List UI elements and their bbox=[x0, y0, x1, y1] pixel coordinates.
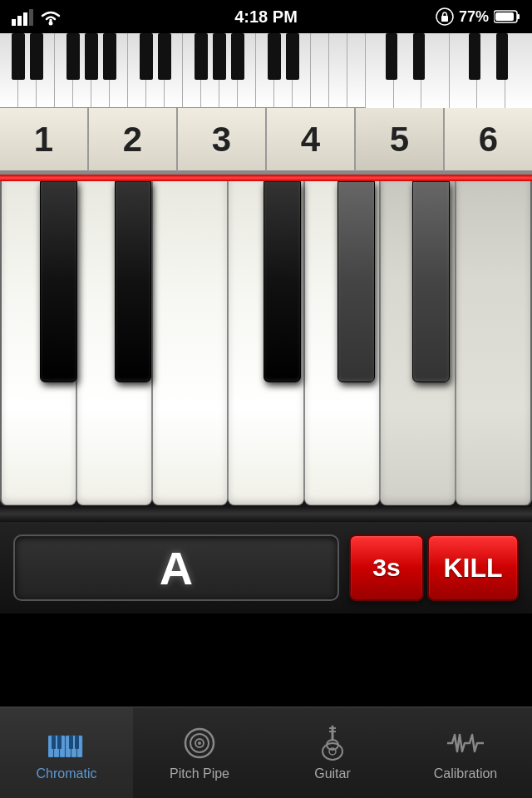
tab-pitch-pipe-label: Pitch Pipe bbox=[170, 766, 229, 781]
status-bar: 4:18 PM 77% bbox=[0, 0, 532, 33]
mini-key[interactable] bbox=[110, 33, 128, 108]
mini-key[interactable] bbox=[146, 33, 165, 108]
piano-white-key-e[interactable] bbox=[152, 181, 228, 505]
svg-rect-32 bbox=[52, 736, 56, 749]
lock-icon bbox=[436, 7, 454, 26]
signal-icon bbox=[12, 7, 35, 26]
octave-tab-5[interactable]: 5 bbox=[356, 108, 445, 172]
svg-rect-2 bbox=[23, 12, 27, 26]
timer-button[interactable]: 3s bbox=[349, 534, 424, 601]
battery-icon bbox=[494, 9, 520, 24]
kill-button[interactable]: KILL bbox=[427, 534, 519, 601]
bottom-controls: A 3s KILL bbox=[0, 522, 532, 613]
battery-percent: 77% bbox=[459, 8, 489, 26]
mini-key[interactable] bbox=[201, 33, 219, 108]
tab-guitar-label: Guitar bbox=[314, 766, 351, 781]
piano-black-key-gsharp[interactable] bbox=[337, 181, 375, 382]
piano-black-key-fsharp[interactable] bbox=[264, 181, 301, 382]
mini-key[interactable] bbox=[73, 33, 91, 108]
note-display: A bbox=[13, 534, 339, 601]
chromatic-icon bbox=[48, 725, 85, 761]
svg-rect-8 bbox=[517, 14, 520, 19]
wifi-icon bbox=[40, 7, 62, 26]
main-piano bbox=[0, 181, 532, 505]
top-piano bbox=[0, 33, 532, 108]
mini-key[interactable] bbox=[329, 33, 347, 108]
piano-black-key-asharp[interactable] bbox=[412, 181, 450, 382]
svg-rect-0 bbox=[12, 19, 16, 26]
svg-rect-6 bbox=[441, 16, 448, 22]
svg-rect-1 bbox=[17, 16, 22, 26]
mini-key[interactable] bbox=[347, 33, 366, 108]
piano-white-key-b[interactable] bbox=[456, 181, 532, 505]
red-separator bbox=[0, 175, 532, 181]
svg-rect-9 bbox=[495, 12, 514, 21]
octave-tab-2[interactable]: 2 bbox=[89, 108, 178, 172]
octave-tab-3[interactable]: 3 bbox=[178, 108, 267, 172]
status-left bbox=[12, 7, 62, 26]
action-buttons: 3s KILL bbox=[349, 534, 519, 601]
mini-key[interactable] bbox=[238, 33, 256, 108]
octave-tab-1[interactable]: 1 bbox=[0, 108, 89, 172]
piano-black-key-csharp[interactable] bbox=[40, 181, 77, 382]
mini-key[interactable] bbox=[183, 33, 201, 108]
mini-key[interactable] bbox=[91, 33, 110, 108]
octave-tab-4[interactable]: 4 bbox=[267, 108, 356, 172]
mini-key[interactable] bbox=[274, 33, 293, 108]
mini-key[interactable] bbox=[128, 33, 146, 108]
mini-key[interactable] bbox=[165, 33, 183, 108]
tab-pitch-pipe[interactable]: Pitch Pipe bbox=[133, 707, 266, 798]
piano-separator bbox=[0, 505, 532, 522]
svg-rect-35 bbox=[75, 736, 79, 749]
mini-key[interactable] bbox=[0, 33, 18, 108]
svg-point-39 bbox=[198, 741, 201, 745]
tab-calibration-label: Calibration bbox=[434, 766, 497, 781]
mini-key[interactable] bbox=[18, 33, 37, 108]
tab-calibration[interactable]: Calibration bbox=[399, 707, 532, 798]
octave-tab-6[interactable]: 6 bbox=[445, 108, 532, 172]
guitar-icon bbox=[314, 725, 351, 761]
svg-rect-33 bbox=[57, 736, 62, 749]
tab-guitar[interactable]: Guitar bbox=[266, 707, 399, 798]
pitch-pipe-icon bbox=[181, 725, 218, 761]
mini-key[interactable] bbox=[311, 33, 329, 108]
svg-point-40 bbox=[323, 743, 342, 760]
tab-chromatic[interactable]: Chromatic bbox=[0, 707, 133, 798]
mini-key[interactable] bbox=[37, 33, 55, 108]
status-time: 4:18 PM bbox=[234, 7, 298, 27]
svg-point-4 bbox=[49, 22, 53, 26]
tab-bar: Chromatic Pitch Pipe bbox=[0, 707, 532, 798]
tab-chromatic-label: Chromatic bbox=[37, 766, 97, 781]
mini-key[interactable] bbox=[256, 33, 274, 108]
mini-key[interactable] bbox=[55, 33, 73, 108]
octave-tabs: 1 2 3 4 5 6 bbox=[0, 108, 532, 175]
piano-black-key-dsharp[interactable] bbox=[115, 181, 152, 382]
current-note: A bbox=[160, 541, 193, 595]
calibration-icon bbox=[447, 725, 484, 761]
svg-rect-3 bbox=[29, 9, 33, 26]
mini-key[interactable] bbox=[293, 33, 311, 108]
svg-rect-34 bbox=[69, 736, 73, 749]
status-right: 77% bbox=[436, 7, 520, 26]
mini-key[interactable] bbox=[219, 33, 238, 108]
